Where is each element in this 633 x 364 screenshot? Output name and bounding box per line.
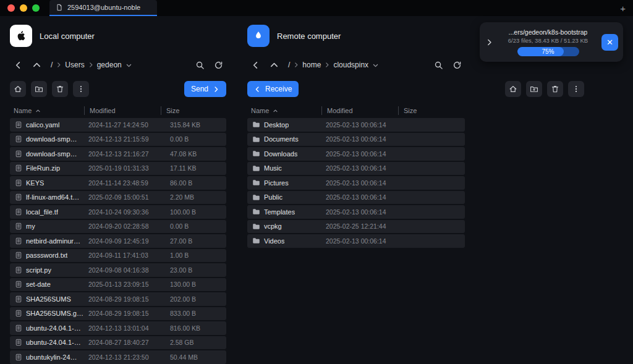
row-modified: 2024-08-29 19:08:15 xyxy=(88,310,164,317)
table-row[interactable]: SHA256SUMS2024-08-29 19:08:15202.00 B xyxy=(10,292,226,306)
close-icon[interactable]: ✕ xyxy=(601,34,618,51)
folder-icon xyxy=(252,237,260,245)
expand-chevron-icon[interactable] xyxy=(483,34,495,50)
row-name-label: lf-linux-amd64.t… xyxy=(26,193,79,201)
table-row[interactable]: Documents2025-02-13 00:06:14 xyxy=(247,133,465,146)
table-row[interactable]: script.py2024-09-08 04:16:3823.00 B xyxy=(10,263,226,277)
column-header-size[interactable]: Size xyxy=(398,103,465,118)
receive-button-label: Receive xyxy=(265,85,292,93)
receive-button[interactable]: Receive xyxy=(247,81,299,97)
row-name-cell: Desktop xyxy=(252,121,325,129)
column-header-modified[interactable]: Modified xyxy=(321,103,398,118)
row-name-cell: Templates xyxy=(252,208,325,216)
chevron-down-icon[interactable] xyxy=(372,62,379,69)
table-row[interactable]: Pictures2025-02-13 00:06:14 xyxy=(247,176,465,190)
row-size: 816.00 KB xyxy=(164,324,226,332)
table-row[interactable]: passsword.txt2024-09-11 17:41:031.00 B xyxy=(10,249,226,263)
breadcrumb-item-users[interactable]: Users xyxy=(65,61,84,69)
file-icon xyxy=(15,237,22,245)
refresh-icon[interactable] xyxy=(449,57,465,73)
remote-nav-row: / home cloudspinx xyxy=(247,56,465,74)
transfer-path: ...ers/gedeon/k8s-bootstrap xyxy=(509,28,588,36)
table-row[interactable]: download-smp…2024-12-13 21:15:590.00 B xyxy=(10,133,226,146)
table-row[interactable]: ubuntukylin-24…2024-12-13 21:23:5050.44 … xyxy=(10,350,226,364)
trash-icon[interactable] xyxy=(52,81,68,97)
document-icon xyxy=(56,4,63,11)
table-row[interactable]: ubuntu-24.04.1-…2024-12-13 13:01:04816.0… xyxy=(10,321,226,335)
column-header-size[interactable]: Size xyxy=(161,103,226,118)
breadcrumb-root[interactable]: / xyxy=(288,61,290,69)
table-row[interactable]: vcpkg2025-02-25 12:21:44 xyxy=(247,220,465,234)
kebab-icon[interactable] xyxy=(73,81,89,97)
up-directory-button[interactable] xyxy=(28,57,45,73)
row-name-cell: Documents xyxy=(252,135,325,143)
breadcrumb-item-home[interactable]: home xyxy=(302,61,321,69)
back-button[interactable] xyxy=(247,57,263,73)
table-row[interactable]: KEYS2024-11-14 23:48:5986.00 B xyxy=(10,176,226,190)
table-row[interactable]: download-smp…2024-12-13 21:16:2747.08 KB xyxy=(10,147,226,161)
table-row[interactable]: SHA256SUMS.g…2024-08-29 19:08:15833.00 B xyxy=(10,307,226,321)
table-row[interactable]: Downloads2025-02-13 00:06:14 xyxy=(247,147,465,161)
search-icon[interactable] xyxy=(430,57,446,73)
row-modified: 2024-12-13 21:16:27 xyxy=(88,150,164,158)
table-row[interactable]: Music2025-02-13 00:06:14 xyxy=(247,162,465,176)
table-row[interactable]: calico.yaml2024-11-27 14:24:50315.84 KB xyxy=(10,118,226,132)
column-header-modified[interactable]: Modified xyxy=(84,103,161,118)
chevron-down-icon[interactable] xyxy=(125,62,132,69)
close-window-button[interactable] xyxy=(7,4,15,12)
table-row[interactable]: local_file.tf2024-10-24 09:30:36100.00 B xyxy=(10,205,226,219)
row-size: 833.00 B xyxy=(164,310,226,317)
column-header-name[interactable]: Name xyxy=(10,103,84,118)
file-icon xyxy=(15,310,22,317)
up-directory-button[interactable] xyxy=(266,57,282,73)
back-button[interactable] xyxy=(10,57,26,73)
file-icon xyxy=(15,324,22,332)
table-row[interactable]: lf-linux-amd64.t…2025-02-09 15:00:512.20… xyxy=(10,191,226,205)
row-modified: 2024-11-14 23:48:59 xyxy=(88,179,164,187)
table-row[interactable]: ubuntu-24.04.1-…2024-08-27 18:40:272.58 … xyxy=(10,336,226,350)
home-icon[interactable] xyxy=(10,81,26,97)
transfer-stats: 6/23 files, 38.43 KB / 51.23 KB xyxy=(508,37,588,44)
new-folder-icon[interactable] xyxy=(31,81,47,97)
row-modified: 2024-09-11 17:41:03 xyxy=(88,252,164,259)
folder-icon xyxy=(252,222,260,231)
breadcrumb-item-gedeon[interactable]: gedeon xyxy=(97,61,122,69)
search-icon[interactable] xyxy=(192,57,208,73)
breadcrumb-item-cloudspinx[interactable]: cloudspinx xyxy=(333,61,368,69)
file-icon xyxy=(15,295,22,303)
table-row[interactable]: set-date2025-01-13 23:09:15130.00 B xyxy=(10,278,226,292)
table-row[interactable]: FileRun.zip2025-01-19 01:31:3317.11 KB xyxy=(10,162,226,176)
new-folder-icon[interactable] xyxy=(526,81,542,97)
breadcrumb-root[interactable]: / xyxy=(51,61,53,69)
kebab-icon[interactable] xyxy=(568,81,584,97)
new-tab-button[interactable]: + xyxy=(613,3,633,14)
refresh-icon[interactable] xyxy=(210,57,226,73)
titlebar: 2594013@ubuntu-noble + xyxy=(0,0,633,16)
row-name-label: ubuntu-24.04.1-… xyxy=(26,339,81,346)
table-row[interactable]: netbird-adminur…2024-09-09 12:45:1927.00… xyxy=(10,234,226,248)
row-name-cell: calico.yaml xyxy=(15,121,88,129)
trash-icon[interactable] xyxy=(547,81,563,97)
row-modified: 2025-02-13 00:06:14 xyxy=(325,135,402,143)
table-row[interactable]: Templates2025-02-13 00:06:14 xyxy=(247,205,465,219)
table-row[interactable]: my2024-09-20 02:28:580.00 B xyxy=(10,220,226,234)
send-button[interactable]: Send xyxy=(184,81,226,97)
row-name-cell: SHA256SUMS.g… xyxy=(15,310,88,317)
row-modified: 2025-02-13 00:06:14 xyxy=(325,208,402,216)
table-row[interactable]: Public2025-02-13 00:06:14 xyxy=(247,191,465,205)
row-name-label: Documents xyxy=(264,135,299,143)
minimize-window-button[interactable] xyxy=(20,4,27,12)
table-row[interactable]: Videos2025-02-13 00:06:14 xyxy=(247,234,465,248)
home-icon[interactable] xyxy=(505,81,521,97)
row-size: 100.00 B xyxy=(164,208,226,216)
row-name-label: netbird-adminur… xyxy=(26,237,80,245)
table-row[interactable]: Desktop2025-02-13 00:06:14 xyxy=(247,118,465,132)
row-size: 202.00 B xyxy=(164,295,226,303)
zoom-window-button[interactable] xyxy=(32,4,40,12)
send-button-label: Send xyxy=(191,85,208,93)
column-header-name[interactable]: Name xyxy=(247,103,321,118)
column-name-label: Name xyxy=(14,107,32,114)
session-tab[interactable]: 2594013@ubuntu-noble xyxy=(49,0,157,16)
row-name-cell: Public xyxy=(252,193,325,201)
row-modified: 2024-12-13 13:01:04 xyxy=(88,324,164,332)
